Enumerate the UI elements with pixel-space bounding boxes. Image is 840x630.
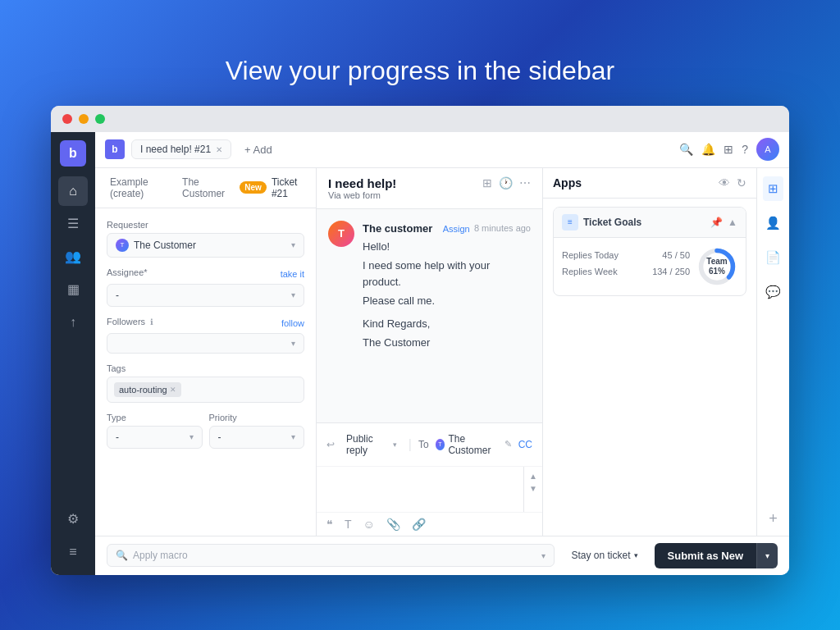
refresh-icon[interactable]: ↻ <box>737 176 746 189</box>
sidebar-item-settings[interactable]: ⚙ <box>58 504 88 534</box>
pin-icon[interactable]: 📌 <box>710 217 723 228</box>
sidebar-item-inbox[interactable]: ☰ <box>58 209 88 239</box>
ticket-title: I need help! <box>328 176 396 190</box>
breadcrumb-example[interactable]: Example (create) <box>105 175 172 201</box>
profile-icon[interactable]: 👤 <box>760 211 786 235</box>
submit-dropdown-button[interactable]: ▾ <box>756 543 778 568</box>
followers-info-icon: ℹ <box>150 317 153 326</box>
message-time: 8 minutes ago <box>474 223 531 233</box>
grid-icon[interactable]: ⊞ <box>724 143 733 156</box>
ticket-source: Via web form <box>328 190 396 200</box>
requester-value: The Customer <box>134 240 196 251</box>
format-attach-icon[interactable]: 📎 <box>386 518 400 531</box>
edit-to-icon[interactable]: ✎ <box>504 439 512 450</box>
assign-link[interactable]: Assign <box>443 224 470 234</box>
format-link-icon[interactable]: 🔗 <box>412 518 426 531</box>
priority-select[interactable]: - ▾ <box>209 426 305 449</box>
close-dot[interactable] <box>62 114 72 124</box>
assignee-select[interactable]: - ▾ <box>107 284 304 307</box>
hero-title: View your progress in the sidebar <box>226 56 614 86</box>
requester-select[interactable]: T The Customer ▾ <box>107 233 304 258</box>
tab-logo: b <box>105 139 125 159</box>
help-icon[interactable]: ? <box>742 143 748 156</box>
take-it-link[interactable]: take it <box>281 269 304 279</box>
followers-select[interactable]: ▾ <box>107 333 304 354</box>
replies-week-value: 134 / 250 <box>649 267 690 276</box>
left-panel: Example (create) The Customer New Ticket… <box>95 168 317 536</box>
sidebar-item-home[interactable]: ⌂ <box>58 176 88 206</box>
replies-week-label: Replies Week <box>562 267 636 276</box>
scroll-up-icon[interactable]: ▲ <box>527 470 539 482</box>
type-priority-row: Type - ▾ Priority - ▾ <box>107 413 304 468</box>
macro-caret-icon: ▾ <box>541 551 546 560</box>
replies-today-row: Replies Today 45 / 50 <box>562 250 690 260</box>
reply-type-caret: ▾ <box>393 441 397 449</box>
apps-icon[interactable]: ⊞ <box>763 176 783 201</box>
minimize-dot[interactable] <box>79 114 89 124</box>
replies-today-label: Replies Today <box>562 250 636 260</box>
submit-button[interactable]: Submit as New <box>655 543 756 568</box>
user-avatar[interactable]: A <box>756 138 779 161</box>
stay-on-ticket-button[interactable]: Stay on ticket ▾ <box>563 545 646 566</box>
reply-body[interactable] <box>317 467 523 512</box>
tag-remove-icon[interactable]: ✕ <box>170 386 176 394</box>
follow-link[interactable]: follow <box>281 318 304 328</box>
requester-label: Requester <box>107 220 304 230</box>
reply-area: ↩ Public reply ▾ | To T The Customer ✎ <box>317 422 542 536</box>
right-side-icons: ⊞ 👤 📄 💬 + <box>756 168 789 536</box>
sidebar-item-users[interactable]: 👥 <box>58 242 88 272</box>
replies-week-row: Replies Week 134 / 250 <box>562 267 690 276</box>
card-icon: ≡ <box>562 214 578 231</box>
maximize-dot[interactable] <box>95 114 105 124</box>
app-logo: b <box>60 140 86 167</box>
conversation-icon[interactable]: 💬 <box>760 280 786 304</box>
left-panel-body: Requester T The Customer ▾ <box>95 208 316 536</box>
tags-container[interactable]: auto-routing ✕ <box>107 377 304 403</box>
sidebar-item-more[interactable]: ≡ <box>58 537 88 567</box>
assignee-label: Assignee* <box>107 267 148 277</box>
sidebar-nav: b ⌂ ☰ 👥 ▦ ↑ ⚙ ≡ <box>51 132 95 575</box>
type-select[interactable]: - ▾ <box>107 426 203 449</box>
reply-type-button[interactable]: Public reply ▾ <box>341 430 402 459</box>
macro-input[interactable]: 🔍 Apply macro ▾ <box>107 544 555 567</box>
search-icon[interactable]: 🔍 <box>679 143 693 156</box>
format-quote-icon[interactable]: ❝ <box>326 518 333 531</box>
add-button[interactable]: + Add <box>238 140 279 159</box>
assignee-label-row: Assignee* take it <box>107 267 304 281</box>
followers-caret-icon: ▾ <box>291 339 295 348</box>
type-field: Type - ▾ <box>107 413 203 459</box>
assignee-field: Assignee* take it - ▾ <box>107 267 304 307</box>
notes-icon[interactable]: 📄 <box>760 245 786 270</box>
history-icon[interactable]: 🕐 <box>499 176 513 189</box>
add-panel-icon[interactable]: + <box>769 510 778 527</box>
tab-close-icon[interactable]: ✕ <box>216 145 222 154</box>
apps-body: ≡ Ticket Goals 📌 ▲ <box>543 199 756 536</box>
reply-indent-icon: ↩ <box>326 439 335 450</box>
bell-icon[interactable]: 🔔 <box>701 143 715 156</box>
scroll-down-icon[interactable]: ▼ <box>527 482 539 495</box>
message-content: The customer Assign 8 minutes ago Hello!… <box>363 221 531 354</box>
apps-header: Apps 👁 ↻ <box>543 168 756 199</box>
eye-icon[interactable]: 👁 <box>719 176 730 189</box>
format-text-icon[interactable]: T <box>345 518 352 531</box>
sidebar-item-reports[interactable]: ↑ <box>58 308 88 337</box>
ticket-tab[interactable]: I need help! #21 ✕ <box>131 139 231 159</box>
more-icon[interactable]: ⋯ <box>519 176 531 189</box>
submit-button-group: Submit as New ▾ <box>655 543 778 568</box>
tags-field: Tags auto-routing ✕ <box>107 363 304 403</box>
collapse-icon[interactable]: ▲ <box>728 217 737 228</box>
apps-panel: Apps 👁 ↻ ≡ Ticket Goals <box>543 168 756 536</box>
message-line2: Please call me. <box>363 293 531 309</box>
message-sig1: Kind Regards, <box>363 316 531 332</box>
format-emoji-icon[interactable]: ☺ <box>363 518 375 531</box>
breadcrumb-customer[interactable]: The Customer <box>177 175 235 201</box>
message-line1: I need some help with your product. <box>363 258 531 290</box>
breadcrumb-tabs: Example (create) The Customer New Ticket… <box>95 168 316 208</box>
priority-field: Priority - ▾ <box>209 413 305 459</box>
donut-chart: Team 61% <box>696 246 737 287</box>
sidebar-item-grid[interactable]: ▦ <box>58 275 88 304</box>
followers-label: Followers ℹ <box>107 317 153 326</box>
main-area: Example (create) The Customer New Ticket… <box>95 168 789 536</box>
reply-cc-button[interactable]: CC <box>518 439 532 450</box>
filter-icon[interactable]: ⊞ <box>482 176 492 189</box>
